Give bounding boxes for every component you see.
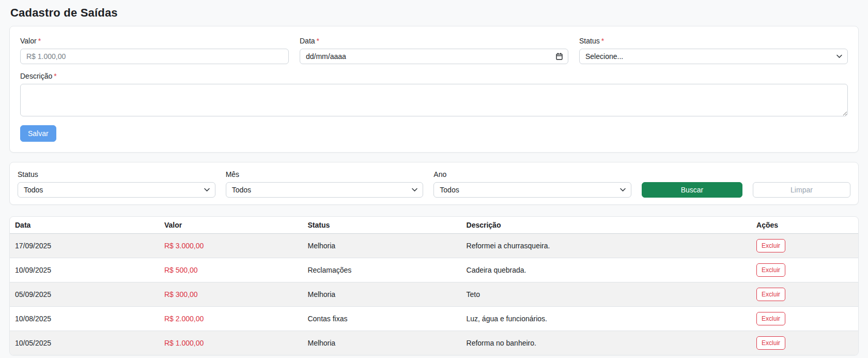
required-asterisk: *	[317, 37, 319, 45]
filter-status-group: Status Todos	[18, 170, 215, 198]
cell-data: 10/09/2025	[10, 258, 159, 282]
cell-valor: R$ 2.000,00	[159, 307, 302, 331]
cell-descricao: Cadeira quebrada.	[461, 258, 752, 282]
cell-status: Contas fixas	[302, 307, 461, 331]
filter-status-select[interactable]: Todos	[18, 182, 215, 198]
cell-acoes: Excluir	[751, 258, 858, 282]
required-asterisk: *	[54, 72, 56, 80]
filter-ano-select[interactable]: Todos	[433, 182, 631, 198]
cell-data: 10/08/2025	[10, 307, 159, 331]
cell-acoes: Excluir	[751, 307, 858, 331]
filter-ano-value: Todos	[440, 186, 459, 194]
header-data: Data	[10, 217, 159, 234]
limpar-button[interactable]: Limpar	[753, 182, 850, 198]
data-field-group: Data*	[300, 37, 568, 64]
header-valor: Valor	[159, 217, 302, 234]
cell-acoes: Excluir	[751, 282, 858, 307]
required-asterisk: *	[601, 37, 604, 45]
filter-mes-select[interactable]: Todos	[226, 182, 424, 198]
filter-card: Status Todos Mês Todos	[9, 162, 859, 205]
excluir-button[interactable]: Excluir	[756, 263, 785, 277]
cell-acoes: Excluir	[751, 331, 858, 355]
cell-data: 17/09/2025	[10, 234, 159, 258]
page-title: Cadastro de Saídas	[10, 6, 859, 20]
cell-status: Melhoria	[302, 282, 461, 307]
data-label-text: Data	[300, 37, 315, 45]
table-row: 10/05/2025 R$ 1.000,00 Melhoria Reforma …	[10, 331, 858, 355]
buscar-button[interactable]: Buscar	[642, 182, 742, 198]
entry-form-card: Valor* Data*	[9, 26, 859, 153]
table-header-row: Data Valor Status Descrição Ações	[10, 217, 858, 234]
table-row: 17/09/2025 R$ 3.000,00 Melhoria Reformei…	[10, 234, 858, 258]
table-body: 17/09/2025 R$ 3.000,00 Melhoria Reformei…	[10, 234, 858, 355]
results-table: Data Valor Status Descrição Ações 17/09/…	[10, 217, 858, 355]
status-select-value: Selecione...	[585, 52, 623, 61]
status-field-group: Status* Selecione...	[579, 37, 848, 64]
filter-ano-group: Ano Todos	[433, 170, 631, 198]
cell-descricao: Luz, água e funcionários.	[461, 307, 752, 331]
cell-data: 05/09/2025	[10, 282, 159, 307]
cell-descricao: Reformei a churrasqueira.	[461, 234, 752, 258]
cell-valor: R$ 500,00	[159, 258, 302, 282]
header-acoes: Ações	[751, 217, 858, 234]
descricao-field-group: Descrição*	[20, 72, 848, 116]
cell-status: Melhoria	[302, 331, 461, 355]
cell-valor: R$ 3.000,00	[159, 234, 302, 258]
descricao-label-text: Descrição	[20, 72, 52, 80]
results-table-card: Data Valor Status Descrição Ações 17/09/…	[9, 216, 859, 355]
required-asterisk: *	[38, 37, 41, 45]
excluir-button[interactable]: Excluir	[756, 288, 785, 301]
cell-descricao: Teto	[461, 282, 752, 307]
table-row: 05/09/2025 R$ 300,00 Melhoria Teto Exclu…	[10, 282, 858, 307]
valor-label: Valor*	[20, 37, 289, 45]
status-label-text: Status	[579, 37, 600, 45]
filter-status-label: Status	[18, 170, 215, 178]
valor-input[interactable]	[20, 49, 289, 64]
filter-ano-label: Ano	[433, 170, 631, 178]
table-row: 10/08/2025 R$ 2.000,00 Contas fixas Luz,…	[10, 307, 858, 331]
status-select[interactable]: Selecione...	[579, 49, 848, 64]
header-status: Status	[302, 217, 461, 234]
cell-status: Melhoria	[302, 234, 461, 258]
valor-label-text: Valor	[20, 37, 37, 45]
page-root: Cadastro de Saídas Valor* Data*	[0, 0, 868, 355]
cell-data: 10/05/2025	[10, 331, 159, 355]
data-input[interactable]	[300, 49, 568, 64]
excluir-button[interactable]: Excluir	[756, 336, 785, 350]
cell-valor: R$ 1.000,00	[159, 331, 302, 355]
table-row: 10/09/2025 R$ 500,00 Reclamações Cadeira…	[10, 258, 858, 282]
filter-status-value: Todos	[24, 186, 43, 194]
cell-valor: R$ 300,00	[159, 282, 302, 307]
filter-mes-value: Todos	[232, 186, 251, 194]
cell-acoes: Excluir	[751, 234, 858, 258]
filter-mes-group: Mês Todos	[226, 170, 424, 198]
cell-descricao: Reforma no banheiro.	[461, 331, 752, 355]
header-descricao: Descrição	[461, 217, 752, 234]
cell-status: Reclamações	[302, 258, 461, 282]
status-label: Status*	[579, 37, 848, 45]
excluir-button[interactable]: Excluir	[756, 312, 785, 325]
excluir-button[interactable]: Excluir	[756, 239, 785, 252]
descricao-label: Descrição*	[20, 72, 848, 80]
salvar-button[interactable]: Salvar	[20, 125, 56, 142]
valor-field-group: Valor*	[20, 37, 289, 64]
data-label: Data*	[300, 37, 568, 45]
filter-mes-label: Mês	[226, 170, 424, 178]
descricao-textarea[interactable]	[20, 84, 848, 116]
